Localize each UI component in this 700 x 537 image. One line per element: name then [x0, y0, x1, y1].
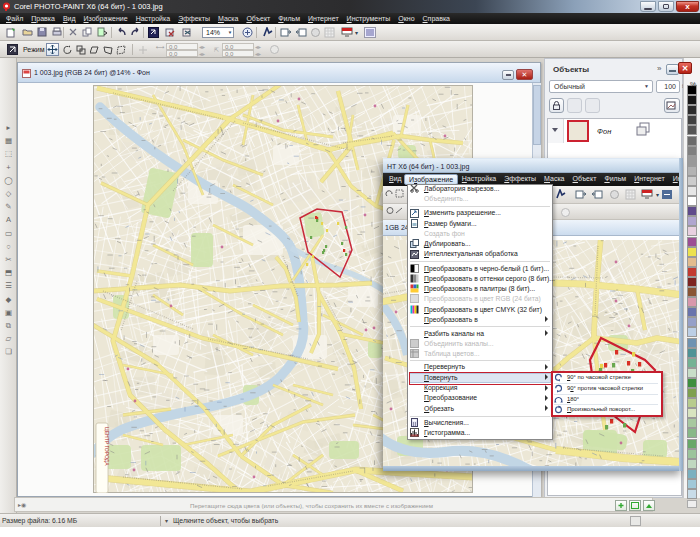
svg-text:ЦЕНТР ГОРОДА: ЦЕНТР ГОРОДА	[104, 427, 110, 466]
